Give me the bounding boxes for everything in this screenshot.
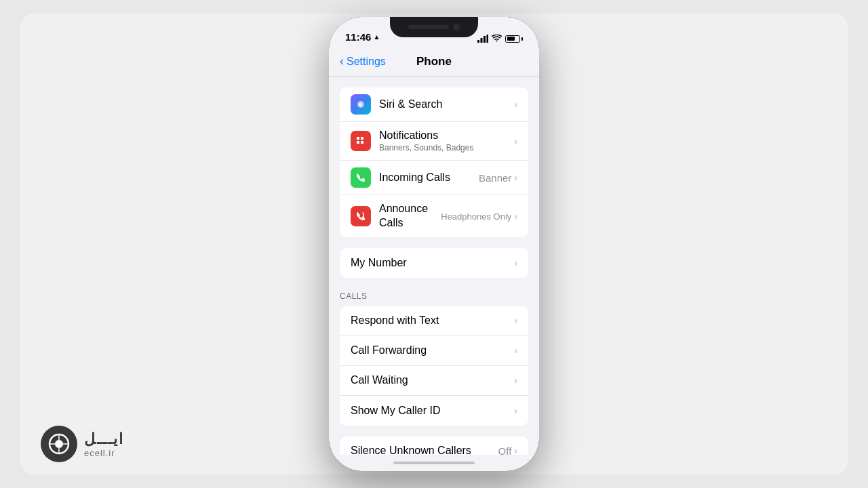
- siri-icon: [351, 94, 371, 115]
- call-forwarding-text: Call Forwarding: [351, 344, 514, 358]
- respond-chevron: ›: [514, 315, 517, 326]
- incoming-text: Incoming Calls: [379, 171, 479, 185]
- svg-rect-10: [357, 141, 359, 144]
- nav-bar: ‹ Settings Phone: [329, 47, 539, 77]
- incoming-icon: [351, 167, 371, 188]
- my-number-chevron: ›: [514, 258, 517, 268]
- svg-rect-11: [361, 137, 363, 140]
- silence-value: Off: [498, 445, 512, 455]
- settings-content[interactable]: Siri & Search ›: [329, 77, 539, 455]
- forwarding-right: ›: [514, 345, 517, 356]
- incoming-title: Incoming Calls: [379, 171, 479, 185]
- settings-group-2: My Number ›: [340, 248, 528, 278]
- silence-text: Silence Unknown Callers: [351, 444, 498, 455]
- incoming-calls-row[interactable]: Incoming Calls Banner ›: [340, 161, 528, 195]
- respond-right: ›: [514, 315, 517, 326]
- respond-text-row[interactable]: Respond with Text ›: [340, 306, 528, 336]
- phone-notch: [390, 17, 478, 37]
- siri-text: Siri & Search: [379, 98, 514, 112]
- watermark-brand: ایـــل: [84, 430, 124, 448]
- announce-icon: [351, 206, 371, 226]
- outer-frame: ایـــل ecell.ir 11:46 ▲: [20, 14, 848, 474]
- notch-speaker: [408, 25, 449, 29]
- respond-text-block: Respond with Text: [351, 314, 514, 328]
- call-waiting-title: Call Waiting: [351, 373, 514, 388]
- incoming-right: Banner ›: [479, 172, 517, 184]
- notch-camera: [453, 24, 460, 30]
- home-indicator: [329, 455, 539, 471]
- silence-title: Silence Unknown Callers: [351, 444, 498, 455]
- watermark-sub: ecell.ir: [84, 448, 124, 458]
- caller-id-chevron: ›: [514, 405, 517, 416]
- back-button[interactable]: ‹ Settings: [340, 54, 386, 68]
- forwarding-chevron: ›: [514, 345, 517, 356]
- my-number-row[interactable]: My Number ›: [340, 248, 528, 278]
- notifications-row[interactable]: Notifications Banners, Sounds, Badges ›: [340, 122, 528, 161]
- silence-right: Off ›: [498, 445, 517, 455]
- silence-chevron: ›: [514, 445, 517, 455]
- call-forwarding-title: Call Forwarding: [351, 344, 514, 358]
- settings-group-3: Silence Unknown Callers Off › Blocked Co…: [340, 436, 528, 455]
- caller-id-row[interactable]: Show My Caller ID ›: [340, 396, 528, 426]
- siri-title: Siri & Search: [379, 98, 514, 112]
- waiting-chevron: ›: [514, 375, 517, 386]
- incoming-value: Banner: [479, 172, 511, 184]
- svg-rect-5: [481, 38, 483, 43]
- svg-rect-6: [484, 36, 486, 43]
- caller-id-text: Show My Caller ID: [351, 404, 514, 418]
- silence-callers-row[interactable]: Silence Unknown Callers Off ›: [340, 436, 528, 455]
- settings-group-calls: Respond with Text › Call Forwarding ›: [340, 306, 528, 426]
- svg-rect-12: [361, 141, 363, 144]
- call-waiting-row[interactable]: Call Waiting ›: [340, 366, 528, 396]
- notif-text: Notifications Banners, Sounds, Badges: [379, 129, 514, 153]
- back-chevron-icon: ‹: [340, 54, 344, 68]
- announce-chevron: ›: [514, 211, 517, 222]
- caller-id-title: Show My Caller ID: [351, 404, 514, 418]
- incoming-svg: [355, 171, 367, 184]
- announce-text: Announce Calls: [379, 202, 441, 230]
- notif-icon: [351, 131, 371, 151]
- announce-right: Headphones Only ›: [441, 211, 517, 222]
- watermark-logo: [41, 426, 77, 462]
- phone-screen: 11:46 ▲: [329, 17, 539, 471]
- location-arrow-icon: ▲: [373, 33, 380, 41]
- battery-icon: [505, 35, 523, 43]
- phone-shell: 11:46 ▲: [329, 17, 539, 471]
- my-number-right: ›: [514, 258, 517, 268]
- announce-value: Headphones Only: [441, 211, 511, 222]
- siri-chevron: ›: [514, 99, 517, 110]
- notif-svg: [355, 135, 367, 147]
- wifi-icon: [492, 35, 502, 43]
- siri-right: ›: [514, 99, 517, 110]
- calls-section-label: CALLS: [329, 278, 539, 306]
- my-number-text: My Number: [351, 256, 514, 270]
- notif-chevron: ›: [514, 136, 517, 146]
- watermark: ایـــل ecell.ir: [41, 426, 124, 462]
- notif-subtitle: Banners, Sounds, Badges: [379, 143, 514, 154]
- status-icons: [477, 35, 523, 43]
- call-waiting-text: Call Waiting: [351, 373, 514, 388]
- svg-rect-7: [487, 35, 489, 43]
- announce-svg: [355, 210, 367, 222]
- respond-text-title: Respond with Text: [351, 314, 514, 328]
- caller-id-right: ›: [514, 405, 517, 416]
- back-label: Settings: [347, 56, 386, 68]
- status-time: 11:46 ▲: [345, 31, 380, 43]
- notif-right: ›: [514, 136, 517, 146]
- my-number-title: My Number: [351, 256, 514, 270]
- notif-title: Notifications: [379, 129, 514, 143]
- signal-icon: [477, 35, 488, 43]
- home-bar: [393, 462, 475, 464]
- siri-svg: [355, 98, 367, 110]
- incoming-chevron: ›: [514, 172, 517, 183]
- page-title: Phone: [416, 55, 452, 68]
- waiting-right: ›: [514, 375, 517, 386]
- settings-group-1: Siri & Search ›: [340, 87, 528, 237]
- announce-title: Announce Calls: [379, 202, 441, 230]
- svg-rect-4: [477, 40, 479, 43]
- siri-search-row[interactable]: Siri & Search ›: [340, 87, 528, 122]
- call-forwarding-row[interactable]: Call Forwarding ›: [340, 336, 528, 366]
- svg-rect-9: [357, 137, 359, 140]
- announce-calls-row[interactable]: Announce Calls Headphones Only ›: [340, 195, 528, 237]
